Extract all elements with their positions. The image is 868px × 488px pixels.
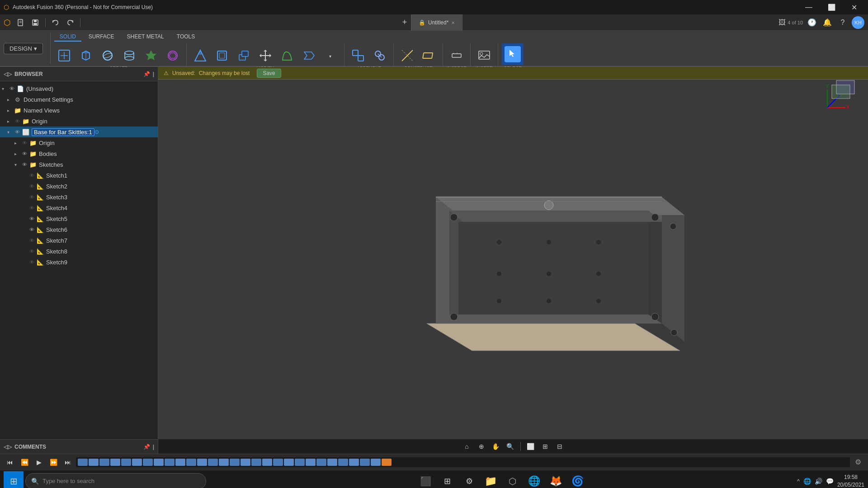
create-special-btn[interactable]: [141, 47, 161, 65]
create-sphere-btn[interactable]: [98, 47, 118, 65]
modify-freeform-btn[interactable]: [277, 47, 297, 65]
maximize-btn[interactable]: ⬜: [821, 1, 842, 14]
tab-solid[interactable]: SOLID: [54, 33, 81, 42]
timeline-item-27[interactable]: [360, 459, 370, 466]
construct-btn1[interactable]: [397, 47, 417, 65]
clock-icon[interactable]: 🕐: [806, 16, 818, 29]
tree-item-sketch1[interactable]: 👁 📐 Sketch1: [0, 170, 158, 181]
timeline-item-3[interactable]: [99, 459, 109, 466]
undo-btn[interactable]: [49, 16, 62, 29]
timeline-item-6[interactable]: [132, 459, 142, 466]
active-tab[interactable]: 🔒 Untitled* ✕: [411, 14, 462, 31]
timeline-item-29[interactable]: [382, 459, 392, 466]
notification-icon[interactable]: 💬: [826, 478, 834, 485]
create-solid-btn[interactable]: [76, 47, 96, 65]
create-cylinder-btn[interactable]: [119, 47, 139, 65]
modify-move-btn[interactable]: [255, 47, 275, 65]
tray-chevron[interactable]: ^: [797, 478, 800, 484]
play-btn[interactable]: ▶: [33, 456, 45, 469]
edge-btn[interactable]: 🌀: [569, 472, 587, 488]
tree-item-sketch5[interactable]: 👁 📐 Sketch5: [0, 213, 158, 224]
notifications-icon[interactable]: 🔔: [821, 16, 834, 29]
tree-item-sketch6[interactable]: 👁 📐 Sketch6: [0, 224, 158, 235]
modify-combine-btn[interactable]: [299, 47, 319, 65]
timeline-item-5[interactable]: [121, 459, 131, 466]
timeline-item-7[interactable]: [143, 459, 153, 466]
view-render-btn[interactable]: ⊟: [553, 440, 566, 453]
tree-item-sketch2[interactable]: 👁 📐 Sketch2: [0, 181, 158, 192]
modify-shell-btn[interactable]: [212, 47, 232, 65]
chrome-btn[interactable]: 🌐: [525, 472, 543, 488]
view-grid-btn[interactable]: ⊞: [539, 440, 552, 453]
timeline-settings-btn[interactable]: ⚙: [852, 456, 864, 469]
comments-toggle[interactable]: ◁▷: [4, 444, 12, 450]
viewport[interactable]: ⚠ Unsaved: Changes may be lost Save: [158, 67, 868, 454]
3d-model[interactable]: [400, 152, 698, 369]
timeline-item-26[interactable]: [349, 459, 359, 466]
play-back-btn[interactable]: ⏪: [18, 456, 31, 469]
assemble-btn2[interactable]: [370, 47, 390, 65]
user-avatar[interactable]: KH: [852, 16, 864, 29]
timeline-item-17[interactable]: [251, 459, 261, 466]
play-fwd-btn[interactable]: ⏩: [47, 456, 60, 469]
tree-item-sketch4[interactable]: 👁 📐 Sketch4: [0, 202, 158, 213]
timeline-item-15[interactable]: [230, 459, 240, 466]
tree-root[interactable]: ▾ 👁 📄 (Unsaved): [0, 83, 158, 94]
timeline-item-18[interactable]: [262, 459, 272, 466]
timeline-item-12[interactable]: [197, 459, 207, 466]
browser-expand-icon[interactable]: |: [153, 71, 154, 77]
tab-surface[interactable]: SURFACE: [83, 33, 120, 42]
view-mode-btn[interactable]: ⬜: [524, 440, 537, 453]
taskview-btn[interactable]: ⬛: [417, 472, 435, 488]
tree-item-origin[interactable]: ▸ 👁 📁 Origin: [0, 116, 158, 127]
modify-extrude-btn[interactable]: [234, 47, 254, 65]
tree-item-sketch9[interactable]: 👁 📐 Sketch9: [0, 257, 158, 267]
save-button[interactable]: Save: [257, 69, 281, 78]
timeline-item-25[interactable]: [338, 459, 348, 466]
timeline-item-8[interactable]: [154, 459, 164, 466]
explorer-btn[interactable]: 📁: [482, 472, 500, 488]
browser-toggle-icon[interactable]: ◁▷: [4, 71, 12, 77]
start-button[interactable]: ⊞: [4, 471, 24, 488]
tab-tools[interactable]: TOOLS: [171, 33, 200, 42]
redo-btn[interactable]: [64, 16, 76, 29]
timeline-track[interactable]: [76, 457, 850, 467]
view-pan-btn[interactable]: ✋: [490, 440, 502, 453]
view-home-btn[interactable]: ⌂: [461, 440, 473, 453]
timeline-item-14[interactable]: [219, 459, 229, 466]
select-btn[interactable]: [502, 43, 524, 65]
timeline-item-23[interactable]: [316, 459, 326, 466]
help-icon[interactable]: ?: [836, 16, 849, 29]
tree-item-sketches[interactable]: ▾ 👁 📁 Sketches: [0, 159, 158, 170]
timeline-item-13[interactable]: [208, 459, 218, 466]
modify-dropdown-btn[interactable]: ▾: [321, 47, 340, 65]
minimize-btn[interactable]: —: [798, 1, 819, 14]
browser-pin-icon[interactable]: 📌: [143, 71, 150, 77]
tree-item-origin-child[interactable]: ▸ 👁 📁 Origin: [0, 137, 158, 148]
create-more-btn[interactable]: [163, 47, 183, 65]
timeline-item-9[interactable]: [165, 459, 175, 466]
construct-btn2[interactable]: [419, 47, 439, 65]
timeline-item-28[interactable]: [371, 459, 381, 466]
timeline-item-10[interactable]: [175, 459, 185, 466]
tree-item-sketch3[interactable]: 👁 📐 Sketch3: [0, 192, 158, 202]
timeline-item-16[interactable]: [241, 459, 250, 466]
create-sketch-btn[interactable]: [54, 47, 74, 65]
view-zoom-btn[interactable]: 🔍: [504, 440, 517, 453]
tree-item-bodies[interactable]: ▸ 👁 📁 Bodies: [0, 148, 158, 159]
tree-item-base-component[interactable]: ▾ 👁 ⬜ Base for Bar Skittles:1 ⊙: [0, 127, 158, 137]
timeline-item-21[interactable]: [295, 459, 305, 466]
tree-item-document-settings[interactable]: ▸ ⚙ Document Settings: [0, 94, 158, 105]
clock-display[interactable]: 19:58 20/05/2021: [837, 474, 864, 488]
tab-add[interactable]: +: [398, 16, 411, 29]
network-icon[interactable]: 🌐: [803, 478, 811, 485]
timeline-item-19[interactable]: [273, 459, 283, 466]
comments-pin[interactable]: 📌: [143, 444, 150, 450]
design-button[interactable]: DESIGN ▾: [4, 43, 43, 54]
save-icon[interactable]: [29, 16, 42, 29]
play-to-end-btn[interactable]: ⏭: [61, 456, 74, 469]
insert-image-btn[interactable]: [474, 47, 494, 65]
timeline-item-11[interactable]: [186, 459, 196, 466]
timeline-item-1[interactable]: [78, 459, 88, 466]
taskbar-apps[interactable]: ⊞: [439, 472, 457, 488]
